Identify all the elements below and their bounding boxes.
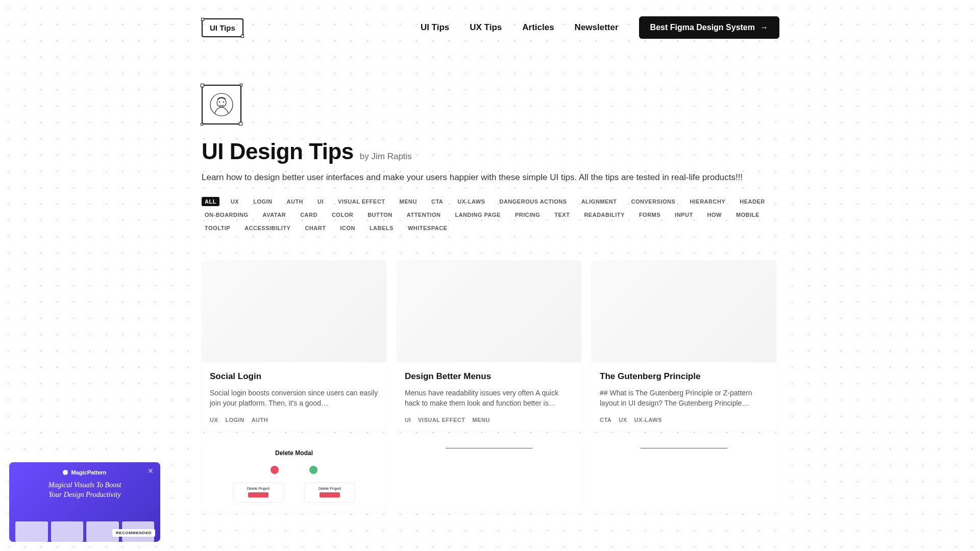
- page-title: UI Design Tips: [202, 139, 354, 164]
- svg-point-2: [219, 102, 220, 103]
- card-thumbnail: [202, 260, 386, 362]
- title-row: UI Design Tips by Jim Raptis: [202, 139, 779, 164]
- recommended-badge: RECOMMENDED: [112, 529, 155, 537]
- card-tag[interactable]: VISUAL EFFECT: [418, 417, 465, 423]
- card-title: Design Better Menus: [405, 371, 573, 382]
- card-thumbnail: [397, 260, 581, 362]
- filter-tag-conversions[interactable]: CONVERSIONS: [628, 197, 679, 206]
- filter-tag-whitespace[interactable]: WHITESPACE: [405, 223, 451, 233]
- filter-tag-labels[interactable]: LABELS: [366, 223, 397, 233]
- filter-tag-text[interactable]: TEXT: [551, 210, 573, 219]
- filter-tag-input[interactable]: INPUT: [672, 210, 696, 219]
- svg-point-3: [223, 102, 224, 103]
- card-tags: CTAUXUX-LAWS: [600, 417, 768, 423]
- filter-tag-ui[interactable]: UI: [314, 197, 327, 206]
- tag-filter-bar: ALLUXLOGINAUTHUIVISUAL EFFECTMENUCTAUX-L…: [202, 197, 778, 233]
- article-card[interactable]: Social LoginSocial login boosts conversi…: [202, 260, 386, 431]
- card-body: Social LoginSocial login boosts conversi…: [202, 362, 386, 431]
- card-tag[interactable]: LOGIN: [225, 417, 244, 423]
- article-card[interactable]: The Gutenberg Principle## What is The Gu…: [592, 260, 776, 431]
- byline: by Jim Raptis: [360, 152, 412, 162]
- card-body: The Gutenberg Principle## What is The Gu…: [592, 362, 776, 431]
- cards-grid-row2: Delete Modal Delete Project Delete Proje…: [202, 441, 779, 513]
- cta-figma-button[interactable]: Best Figma Design System →: [639, 16, 779, 39]
- modal-example-label: Delete Project: [247, 487, 270, 490]
- card-title: Delete Modal: [202, 441, 386, 462]
- card-tag[interactable]: UX: [619, 417, 627, 423]
- nav-ui-tips[interactable]: UI Tips: [421, 22, 449, 33]
- modal-example-bad: Delete Project: [233, 482, 284, 503]
- card-placeholder[interactable]: [397, 441, 581, 513]
- status-icons-row: [202, 466, 386, 474]
- card-tag[interactable]: UX: [210, 417, 218, 423]
- divider-line: [641, 448, 727, 448]
- promo-brand: MagicPattern: [17, 469, 152, 475]
- filter-tag-ux-laws[interactable]: UX-LAWS: [454, 197, 488, 206]
- promo-brand-label: MagicPattern: [71, 469, 106, 475]
- main-content: UI Design Tips by Jim Raptis Learn how t…: [0, 39, 980, 513]
- filter-tag-how[interactable]: HOW: [704, 210, 725, 219]
- card-tag[interactable]: MENU: [472, 417, 489, 423]
- filter-tag-button[interactable]: BUTTON: [364, 210, 396, 219]
- filter-tag-attention[interactable]: ATTENTION: [404, 210, 444, 219]
- filter-tag-cta[interactable]: CTA: [428, 197, 446, 206]
- card-tag[interactable]: AUTH: [252, 417, 268, 423]
- promo-widget[interactable]: ✕ MagicPattern Magical Visuals To Boost …: [9, 462, 160, 542]
- card-tag[interactable]: CTA: [600, 417, 611, 423]
- filter-tag-landing-page[interactable]: LANDING PAGE: [452, 210, 504, 219]
- filter-tag-all[interactable]: ALL: [202, 197, 219, 206]
- filter-tag-card[interactable]: CARD: [297, 210, 321, 219]
- filter-tag-avatar[interactable]: AVATAR: [260, 210, 289, 219]
- nav-newsletter[interactable]: Newsletter: [575, 22, 619, 33]
- filter-tag-readability[interactable]: READABILITY: [581, 210, 627, 219]
- card-description: Social login boosts conversion since use…: [210, 388, 378, 409]
- filter-tag-icon[interactable]: ICON: [337, 223, 358, 233]
- filter-tag-header[interactable]: HEADER: [737, 197, 768, 206]
- filter-tag-color[interactable]: COLOR: [329, 210, 356, 219]
- cross-circle-icon: [271, 466, 279, 474]
- promo-slogan: Magical Visuals To Boost Your Design Pro…: [17, 481, 152, 500]
- card-tag[interactable]: UI: [405, 417, 411, 423]
- nav-articles[interactable]: Articles: [522, 22, 554, 33]
- filter-tag-login[interactable]: LOGIN: [250, 197, 275, 206]
- filter-tag-hierarchy[interactable]: HIERARCHY: [687, 197, 728, 206]
- card-description: Menus have readability issues very often…: [405, 388, 573, 409]
- main-nav: UI Tips UX Tips Articles Newsletter Best…: [421, 16, 779, 39]
- filter-tag-on-boarding[interactable]: ON-BOARDING: [202, 210, 252, 219]
- card-delete-modal[interactable]: Delete Modal Delete Project Delete Proje…: [202, 441, 386, 513]
- filter-tag-alignment[interactable]: ALIGNMENT: [578, 197, 620, 206]
- filter-tag-visual-effect[interactable]: VISUAL EFFECT: [335, 197, 388, 206]
- card-tag[interactable]: UX-LAWS: [634, 417, 662, 423]
- author-avatar-icon: [208, 91, 235, 118]
- card-tags: UXLOGINAUTH: [210, 417, 378, 423]
- page-subtitle: Learn how to design better user interfac…: [202, 172, 779, 183]
- filter-tag-accessibility[interactable]: ACCESSIBILITY: [241, 223, 293, 233]
- article-card[interactable]: Design Better MenusMenus have readabilit…: [397, 260, 581, 431]
- filter-tag-pricing[interactable]: PRICING: [512, 210, 543, 219]
- filter-tag-forms[interactable]: FORMS: [636, 210, 664, 219]
- brand-dot-icon: [63, 470, 68, 475]
- author-avatar-frame: [202, 85, 241, 124]
- nav-ux-tips[interactable]: UX Tips: [470, 22, 502, 33]
- card-body: Design Better MenusMenus have readabilit…: [397, 362, 581, 431]
- promo-thumb: [51, 521, 84, 542]
- logo[interactable]: UI Tips: [202, 18, 243, 37]
- site-header: UI Tips UI Tips UX Tips Articles Newslet…: [0, 0, 980, 39]
- promo-slogan-line: Your Design Productivity: [17, 490, 152, 500]
- filter-tag-mobile[interactable]: MOBILE: [733, 210, 763, 219]
- card-title: Social Login: [210, 371, 378, 382]
- filter-tag-chart[interactable]: CHART: [302, 223, 329, 233]
- card-description: ## What is The Gutenberg Principle or Z-…: [600, 388, 768, 409]
- arrow-right-icon: →: [760, 23, 768, 32]
- filter-tag-auth[interactable]: AUTH: [284, 197, 307, 206]
- filter-tag-dangerous-actions[interactable]: DANGEROUS ACTIONS: [496, 197, 570, 206]
- filter-tag-ux[interactable]: UX: [228, 197, 242, 206]
- filter-tag-menu[interactable]: MENU: [397, 197, 420, 206]
- card-thumbnail: [592, 260, 776, 362]
- modal-example-good: Delete Project: [304, 482, 355, 503]
- close-icon[interactable]: ✕: [146, 466, 155, 475]
- promo-thumb: [15, 521, 48, 542]
- card-placeholder[interactable]: [592, 441, 776, 513]
- filter-tag-tooltip[interactable]: TOOLTIP: [202, 223, 233, 233]
- modal-examples-row: Delete Project Delete Project: [202, 482, 386, 503]
